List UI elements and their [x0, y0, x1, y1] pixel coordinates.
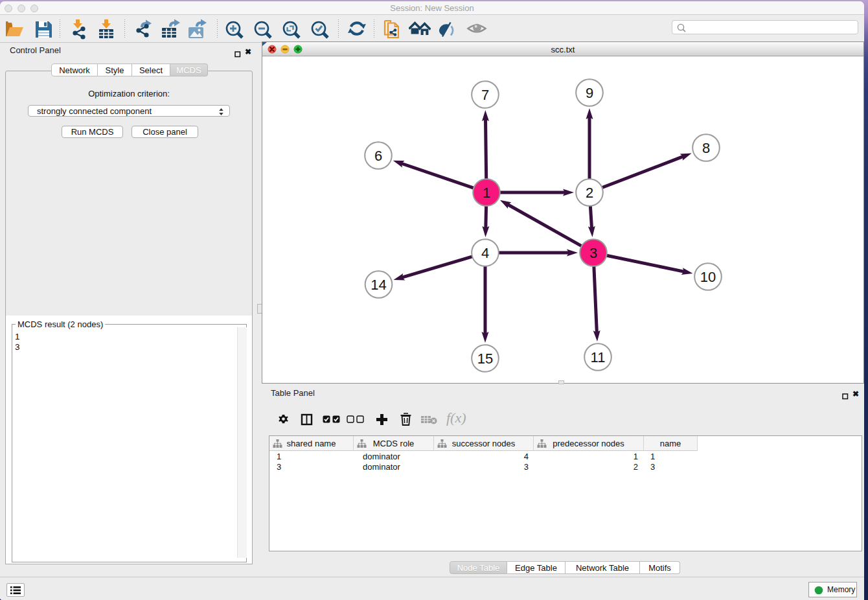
svg-text:1: 1	[483, 185, 490, 201]
svg-text:7: 7	[481, 87, 489, 103]
svg-text:3: 3	[589, 245, 597, 261]
svg-text:4: 4	[481, 245, 489, 261]
svg-text:6: 6	[374, 148, 382, 164]
svg-text:8: 8	[702, 140, 710, 156]
svg-text:9: 9	[586, 85, 593, 101]
svg-text:10: 10	[700, 269, 716, 285]
svg-text:14: 14	[371, 277, 386, 293]
svg-text:2: 2	[586, 185, 593, 201]
svg-text:11: 11	[591, 349, 606, 365]
svg-text:15: 15	[477, 351, 493, 367]
